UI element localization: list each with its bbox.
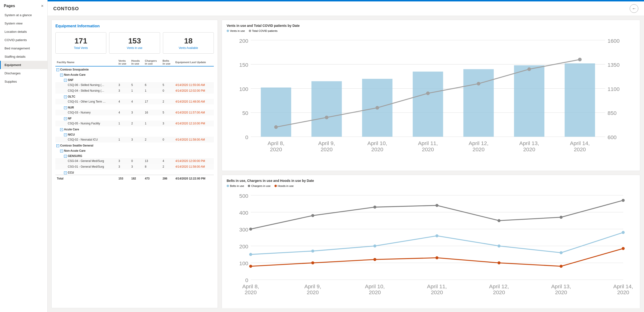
cell-value: 5 bbox=[161, 110, 174, 115]
svg-text:100: 100 bbox=[239, 260, 248, 266]
content-area: Equipment Information 171 Total Vents 15… bbox=[48, 16, 644, 312]
svg-text:April 10,: April 10, bbox=[368, 140, 387, 146]
svg-text:2020: 2020 bbox=[493, 289, 505, 295]
collapse-icon[interactable]: − bbox=[64, 117, 67, 120]
legend-label: Total COVID patients bbox=[252, 29, 278, 32]
table-row[interactable]: CSQ-01 - Other Long Term …441724/14/2020… bbox=[56, 99, 214, 105]
total-cell: 153 bbox=[117, 175, 130, 182]
svg-point-75 bbox=[622, 247, 625, 250]
svg-point-62 bbox=[249, 227, 252, 231]
sidebar-item-supplies[interactable]: Supplies bbox=[0, 77, 47, 86]
svg-text:200: 200 bbox=[239, 243, 248, 250]
collapse-icon[interactable]: − bbox=[60, 150, 63, 153]
collapse-icon[interactable]: − bbox=[64, 134, 67, 136]
sidebar-item-bed-management[interactable]: Bed management bbox=[0, 44, 47, 52]
sidebar-item-location-details[interactable]: Location details bbox=[0, 27, 47, 36]
svg-text:1600: 1600 bbox=[608, 38, 620, 44]
stat-label: Vents Available bbox=[167, 46, 210, 50]
collapse-icon[interactable]: − bbox=[64, 95, 67, 98]
cell-value: 1 bbox=[117, 121, 130, 126]
svg-text:April 8,: April 8, bbox=[268, 140, 284, 146]
equipment-table-container[interactable]: Facility NameVentsin useHoodsin useCharg… bbox=[56, 58, 214, 304]
table-row[interactable]: CSQ-04 - Skilled Nursing (…31104/14/2020… bbox=[56, 88, 214, 94]
table-row: −OLTC bbox=[56, 94, 214, 99]
close-button[interactable]: × bbox=[41, 4, 44, 8]
legend-item: Chargers in use bbox=[248, 184, 270, 187]
legend-item: Vents in use bbox=[227, 29, 245, 32]
legend-item: Total COVID patients bbox=[249, 29, 278, 32]
cell-value: 3 bbox=[130, 137, 144, 143]
collapse-icon[interactable]: − bbox=[64, 79, 67, 82]
svg-text:150: 150 bbox=[239, 62, 248, 68]
svg-text:100: 100 bbox=[239, 86, 248, 92]
cell-value: 0 bbox=[161, 88, 174, 94]
svg-text:2020: 2020 bbox=[472, 146, 485, 153]
cell-value: 8 bbox=[144, 164, 161, 169]
stats-row: 171 Total Vents 153 Vents in use 18 Vent… bbox=[56, 32, 214, 54]
svg-point-67 bbox=[560, 216, 563, 219]
svg-point-26 bbox=[477, 82, 480, 85]
cell-value: 3 bbox=[130, 164, 144, 169]
svg-rect-21 bbox=[564, 63, 595, 137]
svg-text:2020: 2020 bbox=[371, 146, 383, 153]
total-cell: 473 bbox=[144, 175, 161, 182]
table-row[interactable]: CSG-01 - General Med/Surg33824/14/2020 1… bbox=[56, 164, 214, 169]
svg-text:2020: 2020 bbox=[307, 289, 319, 295]
sidebar-item-covid-patients[interactable]: COVID patients bbox=[0, 36, 47, 44]
chart2-card: Belts in use, Chargers in use and Hoods … bbox=[222, 175, 640, 308]
table-row: −Acute Care bbox=[56, 126, 214, 132]
equipment-panel: Equipment Information 171 Total Vents 15… bbox=[51, 20, 218, 308]
svg-text:2020: 2020 bbox=[270, 146, 282, 153]
cell-value: CSQ-01 - Other Long Term … bbox=[56, 99, 117, 105]
table-row[interactable]: CSQ-05 - Nursing Facility12134/14/2020 1… bbox=[56, 121, 214, 126]
svg-text:50: 50 bbox=[242, 110, 248, 116]
collapse-icon[interactable]: − bbox=[60, 128, 63, 131]
svg-text:2020: 2020 bbox=[245, 289, 257, 295]
table-row: −CCU bbox=[56, 169, 214, 175]
collapse-icon[interactable]: − bbox=[56, 68, 59, 71]
collapse-icon[interactable]: − bbox=[56, 144, 59, 147]
sidebar-item-staffing-details[interactable]: Staffing details bbox=[0, 52, 47, 61]
update-date: 4/14/2020 11:58:00 AM bbox=[174, 137, 214, 143]
cell-value: 4 bbox=[117, 110, 130, 115]
table-row[interactable]: CSQ-06 - Skilled Nursing (…35654/14/2020… bbox=[56, 82, 214, 88]
svg-rect-15 bbox=[261, 88, 291, 137]
chart1-area: 050100150200600850110013501600April 8,20… bbox=[227, 34, 635, 167]
collapse-icon[interactable]: − bbox=[64, 171, 67, 174]
col-header: Equipment Last Update bbox=[174, 58, 214, 66]
sidebar-item-discharges[interactable]: Discharges bbox=[0, 69, 47, 77]
update-date: 4/14/2020 12:00:00 PM bbox=[174, 158, 214, 164]
table-row: −SNF bbox=[56, 77, 214, 82]
table-row[interactable]: CSQ-02 - Neonatal ICU13204/14/2020 11:58… bbox=[56, 137, 214, 143]
svg-point-23 bbox=[325, 116, 328, 119]
main-content: CONTOSO ← Equipment Information 171 Tota… bbox=[48, 0, 644, 312]
cell-value: 2 bbox=[144, 137, 161, 143]
sidebar-item-equipment[interactable]: Equipment bbox=[0, 61, 47, 69]
collapse-icon[interactable]: − bbox=[60, 74, 63, 76]
svg-point-22 bbox=[274, 125, 278, 129]
collapse-icon[interactable]: − bbox=[64, 106, 67, 109]
cell-value: 17 bbox=[144, 99, 161, 105]
svg-text:2020: 2020 bbox=[555, 289, 567, 295]
table-row: −NICU bbox=[56, 132, 214, 137]
svg-point-56 bbox=[311, 250, 314, 253]
svg-point-65 bbox=[436, 204, 438, 207]
collapse-icon[interactable]: − bbox=[64, 155, 67, 158]
sidebar-item-system-glance[interactable]: System at a glance bbox=[0, 11, 47, 19]
back-button[interactable]: ← bbox=[630, 4, 638, 13]
col-header: Beltsin use bbox=[161, 58, 174, 66]
cell-value: 5 bbox=[130, 82, 144, 88]
total-row: Total1531824732864/14/2020 12:22:00 PM bbox=[56, 175, 214, 182]
table-row[interactable]: CSG-04 - General Med/Surg301344/14/2020 … bbox=[56, 158, 214, 164]
equipment-table: Facility NameVentsin useHoodsin useCharg… bbox=[56, 58, 214, 181]
legend-item: Hoods in use bbox=[274, 184, 294, 187]
table-row[interactable]: CSQ-03 - Nursery431654/14/2020 11:57:00 … bbox=[56, 110, 214, 115]
sidebar-item-system-view[interactable]: System view bbox=[0, 19, 47, 27]
chart2-area: 0100200300400500April 8,2020April 9,2020… bbox=[227, 189, 635, 308]
svg-rect-19 bbox=[463, 69, 494, 137]
svg-text:2020: 2020 bbox=[574, 146, 586, 153]
svg-text:April 12,: April 12, bbox=[469, 140, 488, 146]
cell-value: 4 bbox=[130, 99, 144, 105]
svg-point-28 bbox=[578, 58, 582, 61]
svg-text:April 12,: April 12, bbox=[489, 283, 509, 290]
